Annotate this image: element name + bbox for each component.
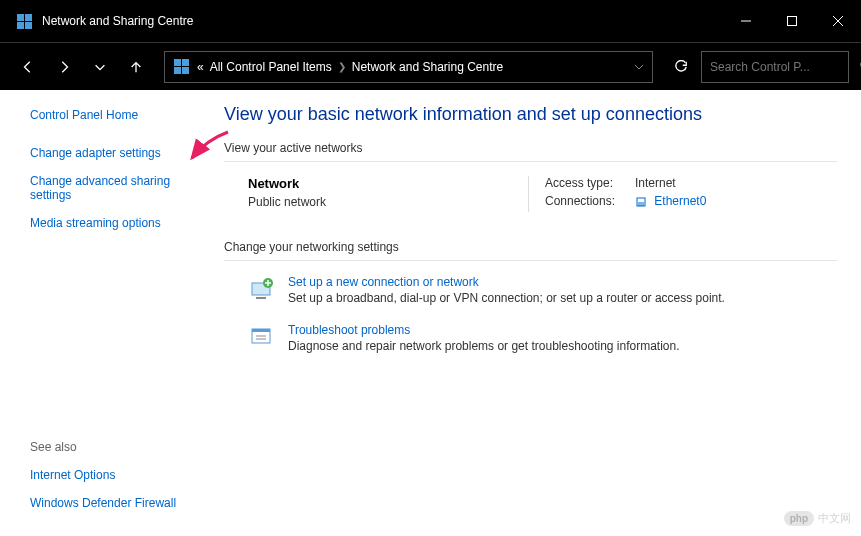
forward-arrow-icon <box>57 60 71 74</box>
breadcrumb-item[interactable]: All Control Panel Items <box>210 60 332 74</box>
window-controls <box>723 0 861 42</box>
svg-rect-16 <box>252 329 270 332</box>
watermark: php 中文网 <box>784 511 851 526</box>
maximize-icon <box>787 16 797 26</box>
settings-item-setup-connection: Set up a new connection or network Set u… <box>248 275 837 305</box>
refresh-icon <box>674 60 688 74</box>
control-panel-icon <box>173 59 189 75</box>
watermark-logo: php <box>784 511 814 526</box>
sidebar: Control Panel Home Change adapter settin… <box>0 90 210 536</box>
connection-link[interactable]: Ethernet0 <box>654 194 706 208</box>
network-name: Network <box>248 176 528 191</box>
network-details: Access type: Internet Connections: Ether… <box>528 176 706 212</box>
recent-button[interactable] <box>84 51 116 83</box>
network-identity: Network Public network <box>248 176 528 212</box>
sidebar-link-adapter-settings[interactable]: Change adapter settings <box>30 146 198 160</box>
svg-rect-11 <box>256 297 266 299</box>
ethernet-icon <box>635 196 647 208</box>
network-info-block: Network Public network Access type: Inte… <box>224 176 837 212</box>
breadcrumb-prefix: « <box>197 60 204 74</box>
sidebar-link-defender-firewall[interactable]: Windows Defender Firewall <box>30 496 198 510</box>
minimize-button[interactable] <box>723 0 769 42</box>
troubleshoot-desc: Diagnose and repair network problems or … <box>288 339 680 353</box>
minimize-icon <box>741 16 751 26</box>
access-type-label: Access type: <box>545 176 635 190</box>
up-arrow-icon <box>129 60 143 74</box>
connections-label: Connections: <box>545 194 635 208</box>
up-button[interactable] <box>120 51 152 83</box>
address-dropdown-button[interactable] <box>634 58 644 76</box>
forward-button[interactable] <box>48 51 80 83</box>
title-bar: Network and Sharing Centre <box>0 0 861 42</box>
setup-connection-icon <box>248 275 276 303</box>
sidebar-link-media-streaming[interactable]: Media streaming options <box>30 216 198 230</box>
address-bar[interactable]: « All Control Panel Items ❯ Network and … <box>164 51 653 83</box>
active-networks-header: View your active networks <box>224 141 837 162</box>
chevron-down-icon <box>634 62 644 72</box>
refresh-button[interactable] <box>665 51 697 83</box>
content-area: Control Panel Home Change adapter settin… <box>0 90 861 536</box>
chevron-down-icon <box>93 60 107 74</box>
close-icon <box>833 16 843 26</box>
maximize-button[interactable] <box>769 0 815 42</box>
window-title: Network and Sharing Centre <box>42 14 723 28</box>
search-input[interactable] <box>710 60 860 74</box>
svg-rect-1 <box>788 17 797 26</box>
back-button[interactable] <box>12 51 44 83</box>
search-box[interactable] <box>701 51 849 83</box>
sidebar-link-internet-options[interactable]: Internet Options <box>30 468 198 482</box>
sidebar-link-advanced-sharing[interactable]: Change advanced sharing settings <box>30 174 198 202</box>
access-type-value: Internet <box>635 176 676 190</box>
breadcrumb: « All Control Panel Items ❯ Network and … <box>197 60 626 74</box>
settings-list: Set up a new connection or network Set u… <box>224 275 837 353</box>
watermark-text: 中文网 <box>818 511 851 526</box>
setup-connection-desc: Set up a broadband, dial-up or VPN conne… <box>288 291 725 305</box>
troubleshoot-icon <box>248 323 276 351</box>
back-arrow-icon <box>21 60 35 74</box>
breadcrumb-separator-icon: ❯ <box>338 61 346 72</box>
setup-connection-link[interactable]: Set up a new connection or network <box>288 275 725 289</box>
main-panel: View your basic network information and … <box>210 90 861 536</box>
page-title: View your basic network information and … <box>224 104 837 125</box>
settings-header: Change your networking settings <box>224 240 837 261</box>
close-button[interactable] <box>815 0 861 42</box>
breadcrumb-item[interactable]: Network and Sharing Centre <box>352 60 503 74</box>
troubleshoot-link[interactable]: Troubleshoot problems <box>288 323 680 337</box>
settings-item-troubleshoot: Troubleshoot problems Diagnose and repai… <box>248 323 837 353</box>
network-type: Public network <box>248 195 528 209</box>
see-also-label: See also <box>30 440 198 454</box>
navigation-bar: « All Control Panel Items ❯ Network and … <box>0 42 861 90</box>
sidebar-home-link[interactable]: Control Panel Home <box>30 108 198 122</box>
app-icon <box>16 13 32 29</box>
